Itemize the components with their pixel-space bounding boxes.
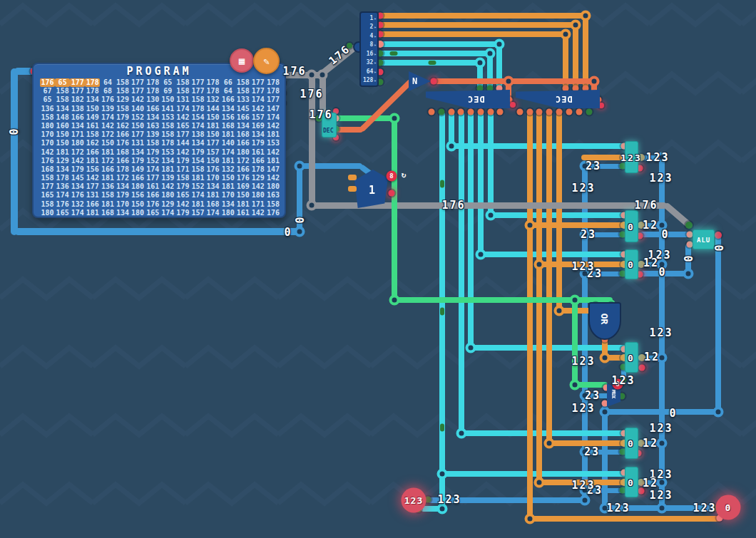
wire-value-label: 12 bbox=[643, 219, 658, 232]
wire-value-label: 23 bbox=[586, 160, 601, 172]
wire-value-label: 176 bbox=[282, 65, 306, 78]
wire-value-label: 176 bbox=[327, 42, 353, 67]
wire-value-label: 23 bbox=[581, 228, 596, 241]
wire-value-label: 0 bbox=[658, 266, 666, 279]
wire-value-label: 123 bbox=[606, 502, 630, 514]
wire-value-label: 0 bbox=[8, 127, 21, 135]
wire-labels-layer: 0001761761761761761761232312312312023123… bbox=[0, 0, 756, 538]
wire-value-label: 123 bbox=[649, 172, 673, 185]
wire-value-label: 12 bbox=[644, 351, 660, 363]
circuit-canvas[interactable]: PROGRAM 17665177178641581771786515817717… bbox=[0, 0, 756, 538]
wire-value-label: 123 bbox=[649, 489, 673, 502]
wire-value-label: 176 bbox=[634, 199, 658, 212]
wire-value-label: 12 bbox=[643, 257, 659, 269]
wire-value-label: 0 bbox=[683, 254, 695, 262]
wire-value-label: 23 bbox=[585, 389, 601, 402]
wire-value-label: 0 bbox=[669, 407, 677, 420]
wire-value-label: 176 bbox=[300, 88, 323, 100]
wire-value-label: 23 bbox=[584, 445, 600, 458]
wire-value-label: 0 bbox=[294, 215, 307, 223]
wire-value-label: 0 bbox=[661, 228, 669, 241]
wire-value-label: 123 bbox=[571, 479, 595, 492]
wire-value-label: 12 bbox=[643, 437, 658, 450]
wire-value-label: 176 bbox=[309, 108, 332, 121]
wire-value-label: 0 bbox=[284, 226, 292, 239]
wire-value-label: 123 bbox=[645, 151, 669, 164]
wire-value-label: 123 bbox=[571, 355, 595, 368]
wire-value-label: 123 bbox=[437, 493, 461, 506]
wire-value-label: 123 bbox=[649, 422, 673, 435]
wire-value-label: 123 bbox=[571, 260, 595, 273]
wire-value-label: 123 bbox=[571, 402, 595, 415]
wire-value-label: 0 bbox=[713, 243, 726, 251]
wire-value-label: 12 bbox=[643, 477, 658, 490]
wire-value-label: 176 bbox=[441, 199, 465, 212]
wire-value-label: 123 bbox=[611, 374, 635, 387]
wire-value-label: 123 bbox=[649, 326, 673, 339]
wire-value-label: 123 bbox=[571, 182, 595, 195]
wire-value-label: 123 bbox=[693, 502, 716, 514]
